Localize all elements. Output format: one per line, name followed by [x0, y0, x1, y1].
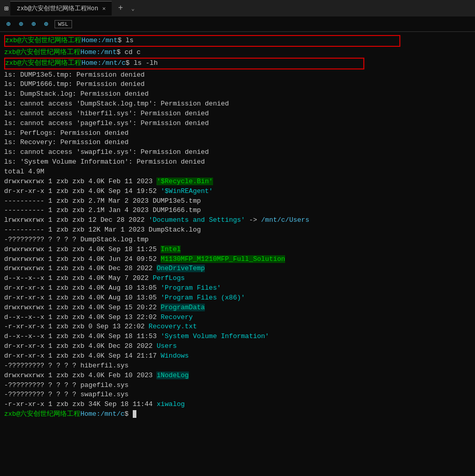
cmd-text-2: cd c	[125, 48, 140, 56]
cmd-text-3: ls -lh	[134, 59, 158, 67]
prompt-user-3: zxb@六安创世纪网络工程	[5, 59, 81, 67]
final-prompt: zxb@六安创世纪网络工程Home:/mnt/c$	[4, 410, 471, 419]
file-line-7: -????????? ? ? ? ? DumpStack.log.tmp	[4, 235, 471, 245]
error-line-1: ls: DUMP13e5.tmp: Permission denied	[4, 70, 471, 80]
file-line-6: ---------- 1 zxb zxb 12K Mar 1 2023 Dump…	[4, 225, 471, 235]
toolbar-btn-1[interactable]: ⊕	[4, 19, 12, 29]
prompt-path-1: Home:/mnt	[81, 37, 117, 44]
title-bar-icon: ⊞	[4, 4, 8, 13]
file-line-12: dr-xr-xr-x 1 zxb zxb 4.0K Aug 10 13:05 '…	[4, 284, 471, 293]
file-line-22: -????????? ? ? ? ? pagefile.sys	[4, 381, 471, 391]
file-line-2: dr-xr-xr-x 1 zxb zxb 4.0K Sep 14 19:52 '…	[4, 187, 471, 197]
file-line-11: d--x--x--x 1 zxb zxb 4.0K May 7 2022 Per…	[4, 274, 471, 284]
tab[interactable]: zxb@六安创世纪网络工程Hon ✕	[10, 1, 112, 15]
file-line-13: dr-xr-xr-x 1 zxb zxb 4.0K Aug 10 13:05 '…	[4, 293, 471, 303]
tab-close-btn[interactable]: ✕	[102, 5, 106, 12]
cmd-line-2: zxb@六安创世纪网络工程Home:/mnt$ cd c	[4, 48, 471, 58]
title-bar: ⊞ zxb@六安创世纪网络工程Hon ✕ + ⌄	[0, 0, 475, 16]
cmd-text-1: ls	[126, 37, 134, 44]
prompt-user-2: zxb@六安创世纪网络工程	[4, 48, 80, 56]
prompt-dollar-1: $	[117, 37, 126, 44]
error-line-10: ls: 'System Volume Information': Permiss…	[4, 157, 471, 167]
prompt-dollar-3: $	[126, 59, 134, 67]
file-line-1: drwxrwxrwx 1 zxb zxb 4.0K Feb 11 2023 '$…	[4, 177, 471, 187]
file-line-18: dr-xr-xr-x 1 zxb zxb 4.0K Dec 28 2022 Us…	[4, 342, 471, 351]
error-line-2: ls: DUMP1666.tmp: Permission denied	[4, 80, 471, 90]
error-line-3: ls: DumpStack.log: Permission denied	[4, 90, 471, 99]
error-line-4: ls: cannot access 'DumpStack.log.tmp': P…	[4, 99, 471, 109]
toolbar-btn-2[interactable]: ⊕	[16, 19, 25, 29]
prompt-dollar-2: $	[116, 48, 125, 56]
error-line-9: ls: cannot access 'swapfile.sys': Permis…	[4, 148, 471, 157]
file-line-23: -????????? ? ? ? ? swapfile.sys	[4, 390, 471, 400]
file-line-3: ---------- 1 zxb zxb 2.7M Mar 2 2023 DUM…	[4, 197, 471, 206]
tab-dropdown-btn[interactable]: ⌄	[129, 5, 137, 12]
total-line: total 4.9M	[4, 167, 471, 177]
toolbar-btn-4[interactable]: ⊕	[42, 19, 50, 29]
new-tab-btn[interactable]: +	[114, 4, 127, 13]
prompt-path-3: Home:/mnt/c	[81, 59, 126, 67]
error-line-6: ls: cannot access 'pagefile.sys': Permis…	[4, 119, 471, 129]
file-line-16: -r-xr-xr-x 1 zxb zxb 0 Sep 13 22:02 Reco…	[4, 322, 471, 332]
prompt-path-2: Home:/mnt	[80, 48, 116, 56]
file-line-10: drwxrwxrwx 1 zxb zxb 4.0K Dec 28 2022 On…	[4, 264, 471, 274]
cmd-line-3: zxb@六安创世纪网络工程Home:/mnt/c$ ls -lh	[4, 58, 364, 69]
file-line-20: -????????? ? ? ? ? hiberfil.sys	[4, 361, 471, 371]
file-line-9: drwxrwxrwx 1 zxb zxb 4.0K Jun 24 09:52 M…	[4, 255, 471, 265]
error-line-8: ls: Recovery: Permission denied	[4, 138, 471, 148]
toolbar-btn-3[interactable]: ⊕	[29, 19, 38, 29]
cmd-line-1: zxb@六安创世纪网络工程Home:/mnt$ ls	[4, 35, 400, 47]
file-line-4: ---------- 1 zxb zxb 2.1M Jan 4 2023 DUM…	[4, 206, 471, 216]
file-line-5: lrwxrwxrwx 1 zxb zxb 12 Dec 28 2022 'Doc…	[4, 216, 471, 225]
file-line-17: d--x--x--x 1 zxb zxb 4.0K Sep 18 11:53 '…	[4, 332, 471, 342]
terminal: zxb@六安创世纪网络工程Home:/mnt$ ls zxb@六安创世纪网络工程…	[0, 32, 475, 422]
error-line-5: ls: cannot access 'hiberfil.sys': Permis…	[4, 109, 471, 119]
wsl-label[interactable]: WSL	[55, 20, 72, 28]
tab-label: zxb@六安创世纪网络工程Hon	[16, 4, 98, 13]
error-line-7: ls: PerfLogs: Permission denied	[4, 129, 471, 138]
file-line-21: drwxrwxrwx 1 zxb zxb 4.0K Feb 10 2023 iN…	[4, 371, 471, 381]
file-line-24: -r-xr-xr-x 1 zxb zxb 34K Sep 18 11:44 xi…	[4, 400, 471, 410]
file-line-19: dr-xr-xr-x 1 zxb zxb 4.0K Sep 14 21:17 W…	[4, 351, 471, 361]
final-prompt-user: zxb@六安创世纪网络工程	[4, 410, 80, 418]
prompt-user-1: zxb@六安创世纪网络工程	[5, 37, 81, 44]
final-prompt-dollar: $	[125, 410, 133, 418]
file-line-15: d--x--x--x 1 zxb zxb 4.0K Sep 13 22:02 R…	[4, 313, 471, 323]
toolbar: ⊕ ⊕ ⊕ ⊕ WSL	[0, 16, 475, 32]
file-line-8: drwxrwxrwx 1 zxb zxb 4.0K Sep 18 11:25 I…	[4, 245, 471, 255]
cursor	[133, 410, 137, 418]
file-line-14: drwxrwxrwx 1 zxb zxb 4.0K Sep 15 20:22 P…	[4, 303, 471, 313]
final-prompt-path: Home:/mnt/c	[80, 410, 125, 418]
